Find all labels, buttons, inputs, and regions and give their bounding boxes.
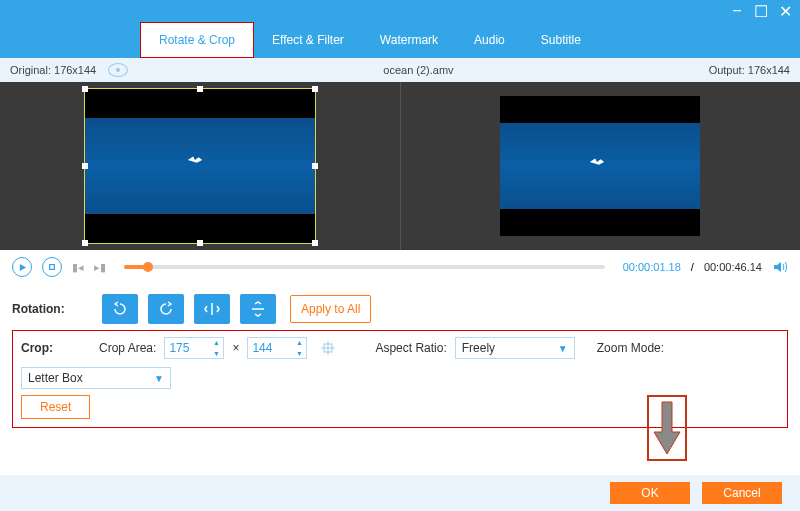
tab-watermark[interactable]: Watermark	[362, 23, 456, 57]
aspect-ratio-value: Freely	[462, 341, 495, 355]
apply-to-all-button[interactable]: Apply to All	[290, 295, 371, 323]
crop-handle-r[interactable]	[312, 163, 318, 169]
output-preview	[401, 82, 801, 250]
crop-handle-b[interactable]	[197, 240, 203, 246]
stop-button[interactable]	[42, 257, 62, 277]
time-current: 00:00:01.18	[623, 261, 681, 273]
preview-area	[0, 82, 800, 250]
volume-icon[interactable]	[772, 259, 788, 275]
rotation-row: Rotation: Apply to All	[12, 294, 788, 324]
rotate-left-button[interactable]	[102, 294, 138, 324]
minimize-button[interactable]: −	[730, 4, 744, 18]
chevron-down-icon: ▼	[154, 373, 164, 384]
flip-vertical-button[interactable]	[240, 294, 276, 324]
crop-width-down[interactable]: ▼	[209, 348, 223, 359]
multiply-icon: ×	[232, 341, 239, 355]
zoom-mode-select[interactable]: Letter Box ▼	[21, 367, 171, 389]
crop-handle-br[interactable]	[312, 240, 318, 246]
chevron-down-icon: ▼	[558, 343, 568, 354]
crop-height-up[interactable]: ▲	[292, 337, 306, 348]
prev-frame-button[interactable]: ▮◂	[72, 261, 84, 274]
zoom-mode-value: Letter Box	[28, 371, 83, 385]
original-size-label: Original: 176x144	[10, 64, 96, 76]
cancel-button[interactable]: Cancel	[702, 482, 782, 504]
source-frame	[84, 88, 316, 244]
crop-handle-tl[interactable]	[82, 86, 88, 92]
tab-effect-filter[interactable]: Effect & Filter	[254, 23, 362, 57]
crop-handle-l[interactable]	[82, 163, 88, 169]
crop-handle-t[interactable]	[197, 86, 203, 92]
tab-subtitle[interactable]: Subtitle	[523, 23, 599, 57]
seek-bar[interactable]	[124, 265, 605, 269]
aspect-ratio-select[interactable]: Freely ▼	[455, 337, 575, 359]
crop-rectangle[interactable]	[84, 88, 316, 244]
source-preview	[0, 82, 401, 250]
aspect-ratio-label: Aspect Ratio:	[375, 341, 446, 355]
player-bar: ▮◂ ▸▮ 00:00:01.18/00:00:46.14	[0, 250, 800, 284]
crop-height-input[interactable]: ▲▼	[247, 337, 307, 359]
crop-height-down[interactable]: ▼	[292, 348, 306, 359]
crop-handle-tr[interactable]	[312, 86, 318, 92]
bird-shape	[588, 156, 606, 168]
play-button[interactable]	[12, 257, 32, 277]
crop-height-field[interactable]	[248, 341, 292, 355]
crop-label: Crop:	[21, 341, 91, 355]
zoom-mode-label: Zoom Mode:	[597, 341, 664, 355]
tab-bar: Rotate & Crop Effect & Filter Watermark …	[0, 22, 800, 58]
annotation-arrow-box	[647, 395, 687, 461]
crop-width-field[interactable]	[165, 341, 209, 355]
crop-handle-bl[interactable]	[82, 240, 88, 246]
next-frame-button[interactable]: ▸▮	[94, 261, 106, 274]
output-size-label: Output: 176x144	[709, 64, 790, 76]
svg-rect-0	[50, 265, 55, 270]
close-button[interactable]: ✕	[778, 4, 792, 18]
compare-eye-icon[interactable]	[108, 63, 128, 77]
seek-thumb[interactable]	[143, 262, 153, 272]
crop-width-up[interactable]: ▲	[209, 337, 223, 348]
rotate-right-button[interactable]	[148, 294, 184, 324]
info-bar: Original: 176x144 ocean (2).amv Output: …	[0, 58, 800, 82]
crop-width-input[interactable]: ▲▼	[164, 337, 224, 359]
reset-button[interactable]: Reset	[21, 395, 90, 419]
time-sep: /	[691, 261, 694, 273]
output-frame	[500, 96, 700, 236]
titlebar: − ☐ ✕	[0, 0, 800, 22]
arrow-down-icon	[652, 400, 682, 456]
tab-audio[interactable]: Audio	[456, 23, 523, 57]
flip-horizontal-button[interactable]	[194, 294, 230, 324]
tab-rotate-crop[interactable]: Rotate & Crop	[140, 22, 254, 58]
time-total: 00:00:46.14	[704, 261, 762, 273]
footer-bar: OK Cancel	[0, 475, 800, 511]
maximize-button[interactable]: ☐	[754, 4, 768, 18]
filename-label: ocean (2).amv	[383, 64, 453, 76]
crop-area-label: Crop Area:	[99, 341, 156, 355]
output-image	[500, 123, 700, 209]
rotation-label: Rotation:	[12, 302, 92, 316]
crop-position-icon[interactable]	[315, 337, 341, 359]
ok-button[interactable]: OK	[610, 482, 690, 504]
annotation-arrow	[647, 395, 687, 461]
